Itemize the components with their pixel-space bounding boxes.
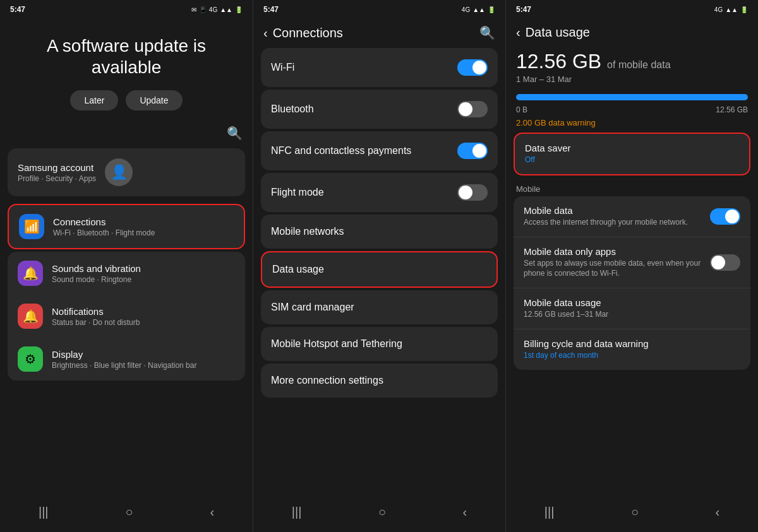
- nav-recents-button-3[interactable]: |||: [544, 505, 555, 519]
- menu-item-more-connections[interactable]: More connection settings: [261, 364, 498, 398]
- mobile-data-usage-sub: 12.56 GB used 1–31 Mar: [524, 309, 608, 320]
- wifi-toggle[interactable]: [457, 59, 488, 76]
- nav-bar-2: ||| ○ ‹: [253, 497, 505, 532]
- display-item[interactable]: ⚙ Display Brightness · Blue light filter…: [8, 338, 245, 381]
- data-bar-labels: 0 B 12.56 GB: [514, 104, 750, 115]
- billing-cycle-item[interactable]: Billing cycle and data warning 1st day o…: [514, 329, 750, 370]
- search-button-1[interactable]: 🔍: [227, 126, 243, 141]
- status-icons-1: ✉ 📱 4G ▲▲ 🔋: [191, 6, 243, 13]
- billing-cycle-title: Billing cycle and data warning: [524, 338, 649, 349]
- nav-home-button-3[interactable]: ○: [631, 505, 639, 519]
- nfc-label: NFC and contactless payments: [271, 145, 411, 157]
- wifi-icon-2: ▲▲: [472, 6, 485, 13]
- signal-icon-3: 4G: [714, 6, 723, 13]
- sounds-text: Sounds and vibration Sound mode · Ringto…: [52, 263, 141, 284]
- connections-item[interactable]: 📶 Connections Wi-Fi · Bluetooth · Flight…: [8, 204, 245, 249]
- update-buttons: Later Update: [15, 90, 238, 110]
- status-icons-3: 4G ▲▲ 🔋: [714, 6, 748, 13]
- data-saver-card[interactable]: Data saver Off: [514, 133, 750, 175]
- back-button-3[interactable]: ‹: [516, 25, 520, 40]
- menu-item-sim[interactable]: SIM card manager: [261, 290, 498, 324]
- battery-icon: 🔋: [235, 6, 243, 13]
- bluetooth-toggle[interactable]: [457, 101, 488, 117]
- data-usage-header: ‹ Data usage: [506, 18, 758, 45]
- data-bar-fill: [516, 94, 748, 100]
- flight-mode-toggle[interactable]: [457, 184, 488, 201]
- bluetooth-label: Bluetooth: [271, 103, 314, 115]
- mobile-data-title: Mobile data: [524, 205, 688, 216]
- status-bar-1: 5:47 ✉ 📱 4G ▲▲ 🔋: [0, 0, 253, 18]
- battery-icon-3: 🔋: [740, 6, 748, 13]
- avatar: 👤: [105, 158, 133, 186]
- update-button[interactable]: Update: [126, 90, 182, 110]
- menu-item-wifi[interactable]: Wi-Fi: [261, 48, 498, 87]
- display-text: Display Brightness · Blue light filter ·…: [52, 349, 196, 370]
- nfc-toggle[interactable]: [457, 143, 488, 159]
- data-bar-container: [516, 94, 748, 100]
- mobile-data-usage-text: Mobile data usage 12.56 GB used 1–31 Mar: [524, 297, 608, 320]
- nav-recents-button[interactable]: |||: [39, 505, 49, 519]
- hotspot-label: Mobile Hotspot and Tethering: [271, 338, 402, 350]
- status-bar-3: 5:47 4G ▲▲ 🔋: [506, 0, 758, 18]
- nav-back-button-3[interactable]: ‹: [716, 505, 720, 519]
- menu-item-flight-mode[interactable]: Flight mode: [261, 173, 498, 212]
- nav-recents-button-2[interactable]: |||: [292, 505, 302, 519]
- bar-label-right: 12.56 GB: [716, 105, 748, 114]
- nav-home-button[interactable]: ○: [125, 505, 133, 519]
- mobile-networks-label: Mobile networks: [271, 226, 344, 237]
- notifications-title: Notifications: [52, 306, 140, 317]
- nav-bar-3: ||| ○ ‹: [506, 497, 758, 532]
- status-bar-2: 5:47 4G ▲▲ 🔋: [253, 0, 505, 18]
- sounds-item[interactable]: 🔔 Sounds and vibration Sound mode · Ring…: [8, 252, 245, 295]
- data-date-range: 1 Mar – 31 Mar: [516, 74, 748, 84]
- notifications-item[interactable]: 🔔 Notifications Status bar · Do not dist…: [8, 295, 245, 338]
- more-connections-label: More connection settings: [271, 375, 383, 386]
- mobile-data-only-item[interactable]: Mobile data only apps Set apps to always…: [514, 237, 750, 289]
- wifi-icon-status: ▲▲: [220, 6, 232, 13]
- status-icons-2: 4G ▲▲ 🔋: [462, 6, 495, 13]
- mobile-data-only-sub: Set apps to always use mobile data, even…: [524, 258, 704, 280]
- menu-item-nfc[interactable]: NFC and contactless payments: [261, 131, 498, 170]
- samsung-account-row[interactable]: Samsung account Profile · Security · App…: [8, 148, 245, 196]
- nav-back-button[interactable]: ‹: [210, 505, 214, 519]
- menu-item-mobile-networks[interactable]: Mobile networks: [261, 215, 498, 249]
- flight-mode-label: Flight mode: [271, 187, 324, 198]
- data-amount-value: 12.56 GB: [516, 50, 601, 73]
- panel1-settings-home: 5:47 ✉ 📱 4G ▲▲ 🔋 A software update is av…: [0, 0, 253, 532]
- menu-item-data-usage[interactable]: Data usage: [261, 251, 498, 288]
- nav-home-button-2[interactable]: ○: [378, 505, 386, 519]
- connections-header-title: Connections: [273, 26, 343, 40]
- software-update-section: A software update is available Later Upd…: [0, 18, 253, 121]
- menu-item-hotspot[interactable]: Mobile Hotspot and Tethering: [261, 327, 498, 361]
- panel2-connections: 5:47 4G ▲▲ 🔋 ‹ Connections 🔍 Wi-Fi Bluet…: [253, 0, 505, 532]
- billing-cycle-sub: 1st day of each month: [524, 350, 649, 361]
- mobile-data-sub: Access the internet through your mobile …: [524, 217, 688, 228]
- account-text: Samsung account Profile · Security · App…: [18, 162, 96, 183]
- data-saver-text: Data saver Off: [525, 143, 571, 165]
- wifi-label: Wi-Fi: [271, 62, 294, 73]
- sounds-icon: 🔔: [18, 261, 43, 286]
- mobile-data-usage-item[interactable]: Mobile data usage 12.56 GB used 1–31 Mar: [514, 288, 750, 329]
- data-saver-item[interactable]: Data saver Off: [515, 134, 749, 174]
- data-saver-sub: Off: [525, 155, 571, 165]
- battery-icon-2: 🔋: [488, 6, 495, 13]
- account-sub: Profile · Security · Apps: [18, 174, 96, 183]
- connections-menu-list: Wi-Fi Bluetooth NFC and contactless paym…: [253, 45, 505, 497]
- nav-back-button-2[interactable]: ‹: [463, 505, 467, 519]
- menu-item-bluetooth[interactable]: Bluetooth: [261, 90, 498, 129]
- connections-header: ‹ Connections 🔍: [253, 18, 505, 45]
- later-button[interactable]: Later: [70, 90, 118, 110]
- whatsapp-icon: 📱: [199, 6, 207, 13]
- nav-bar-1: ||| ○ ‹: [0, 497, 253, 532]
- data-usage-content: 12.56 GB of mobile data 1 Mar – 31 Mar 0…: [506, 45, 758, 497]
- status-time-1: 5:47: [10, 5, 25, 14]
- mobile-data-toggle[interactable]: [710, 208, 740, 225]
- display-title: Display: [52, 349, 196, 360]
- mobile-label: Mobile: [514, 179, 750, 196]
- message-icon: ✉: [191, 6, 196, 13]
- back-button-2[interactable]: ‹: [263, 26, 268, 40]
- search-button-2[interactable]: 🔍: [479, 25, 495, 40]
- mobile-data-item[interactable]: Mobile data Access the internet through …: [514, 196, 750, 237]
- mobile-data-only-toggle[interactable]: [710, 254, 740, 271]
- update-title: A software update is available: [15, 35, 238, 78]
